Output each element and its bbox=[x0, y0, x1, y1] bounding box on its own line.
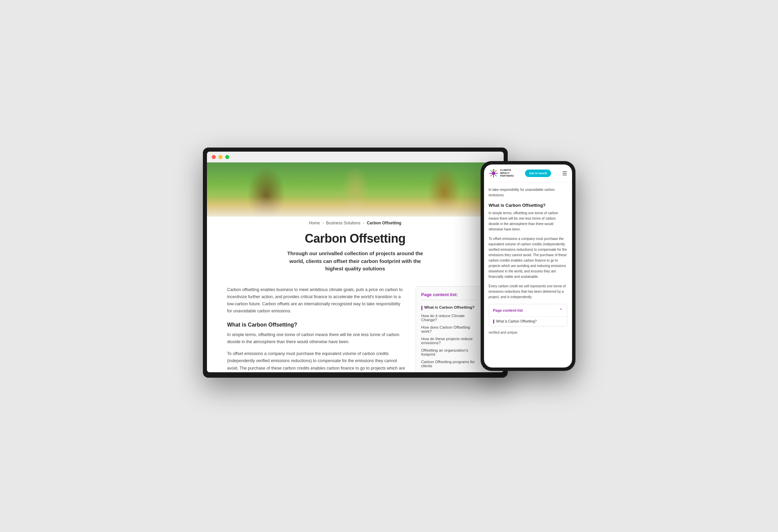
mobile-screen: CLIMATE IMPACT PARTNERS Get in touch ☰ t… bbox=[484, 164, 572, 368]
logo-text: CLIMATE IMPACT PARTNERS bbox=[500, 169, 514, 177]
page-title: Carbon Offsetting bbox=[234, 231, 477, 246]
content-area[interactable]: Home › Business Solutions › Carbon Offse… bbox=[207, 217, 504, 372]
pcl-item-3[interactable]: How does Carbon Offsetting work? bbox=[421, 324, 478, 335]
mobile-para3: Every carbon credit we sell represents o… bbox=[489, 284, 567, 300]
pcl-item-6[interactable]: Carbon Offsetting programs for clients bbox=[421, 358, 478, 370]
svg-line-8 bbox=[490, 175, 492, 176]
mpcl-title: Page content list bbox=[493, 308, 523, 312]
breadcrumb: Home › Business Solutions › Carbon Offse… bbox=[207, 217, 504, 228]
pcl-item-5[interactable]: Offsetting an organization's footprint bbox=[421, 347, 478, 358]
mobile-mockup: CLIMATE IMPACT PARTNERS Get in touch ☰ t… bbox=[481, 161, 575, 371]
minimize-button[interactable] bbox=[218, 155, 223, 159]
logo-icon bbox=[489, 169, 498, 178]
pcl-item-1[interactable]: What is Carbon Offsetting? bbox=[421, 304, 478, 312]
svg-line-5 bbox=[490, 171, 492, 172]
mobile-para1: In simple terms, offsetting one tonne of… bbox=[489, 210, 567, 232]
page-title-section: Carbon Offsetting Through our unrivalled… bbox=[207, 228, 504, 280]
browser-chrome bbox=[207, 152, 504, 162]
hero-image bbox=[207, 162, 504, 217]
pcl-item-4[interactable]: How do these projects reduce emissions? bbox=[421, 335, 478, 347]
browser-screen: Home › Business Solutions › Carbon Offse… bbox=[207, 162, 504, 372]
page-content-list: Page content list: What is Carbon Offset… bbox=[416, 286, 483, 373]
breadcrumb-sep2: › bbox=[363, 221, 364, 225]
pcl-title: Page content list: bbox=[421, 292, 478, 297]
svg-line-6 bbox=[495, 175, 496, 176]
breadcrumb-home[interactable]: Home bbox=[309, 221, 320, 225]
section1-para2: To offset emissions a company must purch… bbox=[227, 350, 405, 372]
desktop-mockup: Home › Business Solutions › Carbon Offse… bbox=[203, 148, 508, 378]
breadcrumb-sep1: › bbox=[322, 221, 323, 225]
chevron-up-icon: ⌃ bbox=[559, 308, 563, 313]
section1-para1: In simple terms, offsetting one tonne of… bbox=[227, 331, 405, 346]
get-in-touch-button[interactable]: Get in touch bbox=[525, 170, 551, 177]
mpcl-indicator bbox=[493, 319, 494, 324]
mobile-para4: verified and unique. bbox=[489, 330, 567, 335]
breadcrumb-current: Carbon Offsetting bbox=[367, 221, 401, 225]
mobile-header: CLIMATE IMPACT PARTNERS Get in touch ☰ bbox=[484, 164, 572, 182]
hero-overlay bbox=[207, 196, 504, 217]
mpcl-header[interactable]: Page content list ⌃ bbox=[489, 304, 567, 317]
pcl-indicator-1 bbox=[421, 306, 422, 310]
intro-paragraph: Carbon offsetting enables business to me… bbox=[227, 286, 405, 315]
page-subtitle: Through our unrivalled collection of pro… bbox=[284, 250, 426, 273]
breadcrumb-business[interactable]: Business Solutions bbox=[326, 221, 360, 225]
mobile-intro-partial: to take responsibility for unavoidable c… bbox=[489, 187, 567, 198]
mobile-logo: CLIMATE IMPACT PARTNERS bbox=[489, 169, 514, 178]
mpcl-item-1[interactable]: What is Carbon Offsetting? bbox=[489, 317, 567, 326]
main-content: Carbon offsetting enables business to me… bbox=[207, 280, 504, 373]
sidebar-column: Page content list: What is Carbon Offset… bbox=[416, 286, 483, 373]
pcl-divider bbox=[421, 300, 478, 300]
scene: Home › Business Solutions › Carbon Offse… bbox=[203, 148, 575, 384]
svg-point-0 bbox=[492, 172, 495, 175]
close-button[interactable] bbox=[212, 155, 216, 159]
section1-heading: What is Carbon Offsetting? bbox=[227, 322, 405, 328]
mobile-page-content-list: Page content list ⌃ What is Carbon Offse… bbox=[489, 304, 567, 327]
pcl-item-2[interactable]: How do it reduce Climate Change? bbox=[421, 312, 478, 324]
mobile-section-heading: What is Carbon Offsetting? bbox=[489, 203, 567, 208]
text-column: Carbon offsetting enables business to me… bbox=[227, 286, 405, 373]
mobile-para2: To offset emissions a company must purch… bbox=[489, 236, 567, 280]
maximize-button[interactable] bbox=[225, 155, 229, 159]
mobile-content[interactable]: to take responsibility for unavoidable c… bbox=[484, 182, 572, 368]
svg-line-7 bbox=[495, 171, 496, 172]
hamburger-menu[interactable]: ☰ bbox=[562, 170, 567, 177]
